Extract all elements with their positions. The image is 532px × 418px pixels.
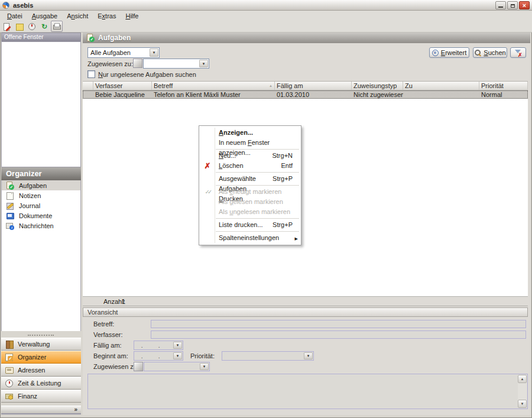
column-label: Betreff [154, 82, 173, 89]
context-menu-item-neu[interactable]: Neu...Strg+N [199, 151, 301, 161]
toolbar: ↻ [0, 21, 532, 33]
menu-hilfe[interactable]: Hilfe [121, 11, 143, 21]
restore-button[interactable] [507, 1, 518, 9]
sidebar-footer: » [1, 406, 81, 414]
context-menu-item-liste-drucken[interactable]: Liste drucken...Strg+P [199, 220, 301, 230]
preview-faellig-label: Fällig am: [93, 342, 122, 349]
menu-datei[interactable]: Datei [2, 11, 27, 21]
menu-ansicht[interactable]: Ansicht [62, 11, 93, 21]
nav-button-finanz[interactable]: Finanz [1, 390, 81, 403]
sidebar-item-nachrichten[interactable]: Nachrichten [2, 221, 80, 231]
time-icon [5, 379, 13, 387]
nav-button-verwaltung[interactable]: Verwaltung [1, 338, 81, 351]
sidebar-item-dokumente[interactable]: Dokumente [2, 210, 80, 221]
delete-icon: ✗ [202, 161, 213, 171]
notes-scrollbar[interactable]: ▲ ▼ [518, 375, 527, 408]
scroll-down-button[interactable]: ▼ [518, 400, 527, 408]
preview-title: Voransicht [87, 309, 118, 316]
refresh-icon: ↻ [40, 22, 48, 31]
menu-separator [216, 218, 299, 219]
organizer-title: Organizer [6, 169, 42, 178]
sort-asc-icon: ▲ [269, 84, 273, 88]
menu-shortcut: Strg+N [272, 151, 293, 161]
preview-prioritaet-dropdown[interactable]: ▾ [222, 351, 314, 361]
preview-faellig-dropdown[interactable]: . . ▾ [134, 341, 183, 350]
task-filter-dropdown[interactable]: Alle Aufgaben ▾ [87, 47, 160, 58]
dropdown-arrow-icon[interactable]: ▾ [150, 48, 158, 57]
clear-filter-button[interactable] [510, 47, 526, 58]
search-button[interactable]: Suchen [473, 47, 507, 58]
column-header-zu[interactable]: Zu [403, 82, 479, 90]
nav-button-stack: VerwaltungOrganizerAdressenZeit & Leistu… [1, 338, 81, 403]
dropdown-arrow-icon[interactable]: ▾ [200, 363, 209, 370]
print-preview-button[interactable] [51, 21, 63, 32]
context-menu-item-loschen[interactable]: LöschenEntf✗ [199, 161, 301, 171]
context-menu-item-in-neuem-fenster-anzeigen[interactable]: In neuem Fenster anzeigen... [199, 138, 301, 148]
dropdown-arrow-icon[interactable]: ▾ [199, 60, 208, 67]
documents-icon [6, 212, 14, 220]
context-menu-item-ausgewahlte-aufgaben-drucken[interactable]: Ausgewählte Aufgaben DruckenStrg+P [199, 174, 301, 184]
scroll-up-button[interactable]: ▲ [518, 375, 527, 383]
preview-zugewiesen-picker-button[interactable] [134, 362, 143, 371]
sidebar-item-aufgaben[interactable]: Aufgaben [2, 180, 80, 190]
timer-button[interactable] [26, 21, 38, 32]
unread-checkbox-label[interactable]: Nur ungelesene Aufgaben suchen [98, 71, 196, 78]
preview-beginnt-dropdown[interactable]: . . ▾ [134, 351, 183, 361]
minimize-button[interactable] [495, 1, 506, 9]
sidebar-item-notizen[interactable]: Notizen [2, 190, 80, 200]
preview-prioritaet-label: Priorität: [190, 352, 215, 359]
context-menu-item-anzeigen[interactable]: Anzeigen... [199, 128, 301, 138]
sidebar-item-label: Notizen [19, 192, 41, 199]
context-menu-item-spalteneinstellungen[interactable]: Spalteneinstellungen▶ [199, 233, 301, 243]
menu-ausgabe[interactable]: Ausgabe [27, 11, 62, 21]
cell [403, 90, 479, 99]
nav-button-adressen[interactable]: Adressen [1, 364, 81, 377]
nav-button-zeit-leistung[interactable]: Zeit & Leistung [1, 377, 81, 390]
note-button[interactable] [14, 21, 25, 32]
journal-icon [6, 202, 14, 210]
preview-zugewiesen-dropdown[interactable]: ▾ [144, 362, 210, 371]
dropdown-arrow-icon[interactable]: ▾ [304, 352, 313, 359]
window-controls: × [495, 1, 530, 9]
configure-buttons-chevron[interactable]: » [74, 406, 77, 413]
preview-verfasser-label: Verfasser: [93, 331, 123, 338]
assigned-picker-button[interactable] [133, 59, 142, 68]
new-task-button[interactable] [1, 21, 13, 32]
assigned-to-dropdown[interactable]: ▾ [143, 59, 209, 69]
dropdown-arrow-icon[interactable]: ▾ [173, 342, 182, 349]
nav-button-label: Verwaltung [18, 341, 50, 348]
sidebar-item-journal[interactable]: Journal [2, 200, 80, 210]
refresh-button[interactable]: ↻ [38, 21, 50, 32]
table-body[interactable]: Bebie JacquelineTelefon an Klient Mäxli … [83, 90, 528, 297]
unread-only-checkbox[interactable] [87, 70, 95, 78]
column-header-select[interactable] [83, 82, 93, 90]
column-label: Fällig am [277, 82, 303, 89]
search-icon [474, 49, 481, 56]
menu-extras[interactable]: Extras [93, 11, 121, 21]
close-icon: × [523, 2, 526, 9]
close-button[interactable]: × [519, 1, 530, 9]
count-value: 1 [122, 298, 125, 305]
cell: Telefon an Klient Mäxli Muster [152, 90, 275, 99]
splitter-grip[interactable] [28, 335, 54, 336]
preview-zugewiesen-label: Zugewiesen zu: [93, 363, 139, 370]
preview-notes-area[interactable]: ▲ ▼ [87, 374, 528, 409]
table-row[interactable]: Bebie JacquelineTelefon an Klient Mäxli … [83, 90, 528, 99]
preview-betreff-field[interactable] [151, 320, 526, 328]
column-header-betreff[interactable]: Betreff▲ [152, 82, 275, 90]
column-header-zuweisungstyp[interactable]: Zuweisungstyp [352, 82, 403, 90]
nav-button-organizer[interactable]: Organizer [1, 351, 81, 364]
column-header-fallig-am[interactable]: Fällig am [275, 82, 352, 90]
menu-item-label: Als gelesen markieren [219, 197, 283, 207]
column-header-prioritat[interactable]: Priorität [479, 82, 528, 90]
column-label: Verfasser [95, 82, 122, 89]
print-preview-icon [53, 22, 61, 31]
messages-icon [6, 222, 14, 230]
preview-verfasser-field[interactable] [151, 330, 526, 339]
cell: Nicht zugewiesen [352, 90, 403, 99]
open-windows-list[interactable] [1, 41, 81, 167]
dropdown-arrow-icon[interactable]: ▾ [173, 352, 182, 359]
column-header-verfasser[interactable]: Verfasser [93, 82, 152, 90]
menu-shortcut: Strg+P [273, 174, 293, 184]
advanced-button[interactable]: Erweitert [429, 47, 469, 58]
